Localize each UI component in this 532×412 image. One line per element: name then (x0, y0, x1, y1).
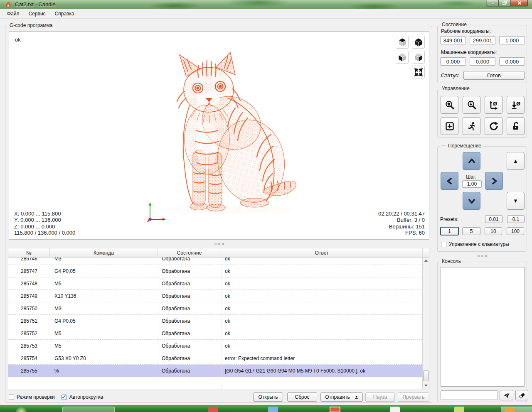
cell-state: Обработана (158, 315, 221, 327)
keyboard-control-row: Управление с клавиатуры (441, 241, 509, 247)
menu-file[interactable]: Файл (2, 10, 24, 18)
reset-button[interactable]: Сброс (287, 392, 317, 402)
close-button[interactable] (511, 0, 528, 6)
console-output[interactable] (441, 267, 525, 387)
restore-origin-button[interactable] (441, 117, 458, 135)
table-row-empty (8, 377, 422, 389)
zero-xy-icon: Ø (489, 100, 499, 110)
view-isometric-button[interactable] (412, 36, 425, 49)
taskbar-icon[interactable] (454, 407, 464, 412)
taskbar-icon[interactable] (390, 407, 400, 412)
col-state[interactable]: Состояние (158, 248, 221, 258)
table-row[interactable]: 285753M5Обработанаok (8, 340, 422, 352)
machine-y-value: 0.000 (470, 57, 495, 66)
preset-0-01-button[interactable]: 0.01 (485, 215, 502, 223)
send-dropdown-icon[interactable]: ▼ (355, 395, 358, 399)
console-input[interactable] (441, 390, 498, 400)
table-row[interactable]: 285747G4 P0.05Обработанаok (8, 265, 422, 277)
window-titlebar[interactable]: Cat2.txt - Candle (0, 0, 532, 9)
window-title: Cat2.txt - Candle (15, 1, 56, 7)
safe-position-button[interactable] (463, 117, 480, 135)
horizontal-splitter[interactable] (9, 242, 429, 246)
taskbar-active-app[interactable] (501, 407, 532, 412)
triangle-up-icon: ▲ (513, 158, 518, 164)
jog-y-plus-button[interactable] (463, 152, 480, 170)
cell-state: Обработана (158, 327, 221, 340)
table-row[interactable]: 285752M5Обработанаok (8, 327, 422, 340)
taskbar-icon[interactable] (268, 407, 278, 412)
table-row[interactable]: 285755%Обработана[G0 G54 G17 G21 G90 G94… (8, 365, 422, 377)
taskbar-icon[interactable] (330, 407, 340, 412)
menu-service[interactable]: Сервис (24, 10, 50, 18)
splitter-dot (218, 243, 220, 245)
scroll-down-arrow[interactable] (423, 383, 429, 389)
zprobe-button[interactable] (463, 96, 480, 114)
table-row[interactable]: 285750M3Обработанаok (8, 302, 422, 315)
jog-y-minus-button[interactable] (463, 192, 480, 210)
preset-10-button[interactable]: 10 (485, 227, 502, 235)
cell-state: Обработана (158, 340, 221, 352)
home-button[interactable] (441, 96, 458, 114)
pause-button[interactable]: Пауза (365, 392, 395, 402)
check-mode-checkbox[interactable] (9, 395, 14, 400)
step-input[interactable] (462, 180, 482, 188)
scroll-thumb[interactable] (423, 370, 429, 381)
cell-cmd: M5 (50, 327, 158, 340)
scroll-up-arrow[interactable] (423, 258, 429, 264)
console-clear-button[interactable] (515, 390, 528, 400)
col-number[interactable]: № (8, 248, 50, 258)
preset-5-button[interactable]: 5 (462, 227, 480, 235)
keyboard-control-checkbox[interactable] (441, 242, 446, 247)
send-button[interactable]: Отправить▼ (320, 392, 363, 402)
cell-resp: ok (221, 277, 422, 290)
restore-origin-icon (445, 121, 455, 131)
chevron-right-icon (489, 176, 499, 186)
chevron-down-icon (467, 196, 477, 206)
jog-z-minus-button[interactable]: ▼ (507, 192, 525, 210)
zero-xy-button[interactable]: Ø (485, 96, 502, 114)
unlock-button[interactable] (507, 117, 525, 135)
table-row[interactable]: 285746M3Обработанаok (8, 258, 422, 265)
jog-x-minus-button[interactable] (441, 172, 458, 190)
col-response[interactable]: Ответ (221, 248, 423, 258)
autoscroll-checkbox[interactable] (62, 395, 67, 400)
col-command[interactable]: Команда (50, 248, 158, 258)
taskbar-icon[interactable] (208, 407, 218, 412)
menu-help[interactable]: Справка (50, 10, 79, 18)
open-button[interactable]: Открыть (253, 392, 283, 402)
eraser-icon (518, 392, 526, 399)
cell-empty (221, 377, 422, 389)
reset-button[interactable] (485, 117, 502, 135)
gcode-group-title: G-code программа (8, 22, 54, 28)
taskbar-item[interactable] (62, 407, 115, 412)
col-scroll-spacer (423, 248, 429, 258)
console-send-button[interactable] (500, 390, 513, 400)
machine-z-value: 0.000 (499, 57, 525, 66)
restore-button[interactable] (499, 0, 511, 6)
side-view-cube-icon (413, 52, 424, 63)
table-row[interactable]: 285751G4 P0.05Обработанаok (8, 315, 422, 327)
cell-resp: ok (221, 290, 422, 302)
view-front-button[interactable] (396, 51, 409, 64)
jog-x-plus-button[interactable] (485, 172, 503, 190)
view-fit-button[interactable] (412, 66, 425, 78)
windows-taskbar[interactable] (0, 405, 532, 412)
collapse-toggle[interactable]: − (442, 143, 445, 149)
zero-z-button[interactable]: Ø (507, 96, 525, 114)
table-row[interactable]: 285749X10 Y136Обработанаok (8, 290, 422, 302)
abort-button[interactable]: Прервать (398, 392, 429, 402)
view-top-button[interactable] (396, 36, 409, 49)
view-side-button[interactable] (412, 51, 425, 64)
preset-1-button[interactable]: 1 (440, 227, 459, 235)
fit-view-icon (414, 68, 423, 77)
table-row[interactable]: 285754G53 X0 Y0 Z0Обработанаerror: Expec… (8, 352, 422, 365)
minimize-button[interactable] (487, 0, 499, 6)
start-button[interactable] (16, 407, 27, 412)
jog-z-plus-button[interactable]: ▲ (507, 152, 525, 170)
preset-100-button[interactable]: 100 (507, 227, 524, 235)
gcode-visualizer[interactable]: ok (9, 31, 429, 240)
table-scrollbar[interactable] (422, 258, 429, 389)
table-row[interactable]: 285748M5Обработанаok (8, 277, 422, 290)
preset-0-1-button[interactable]: 0.1 (507, 215, 525, 223)
console-splitter[interactable] (437, 254, 527, 258)
